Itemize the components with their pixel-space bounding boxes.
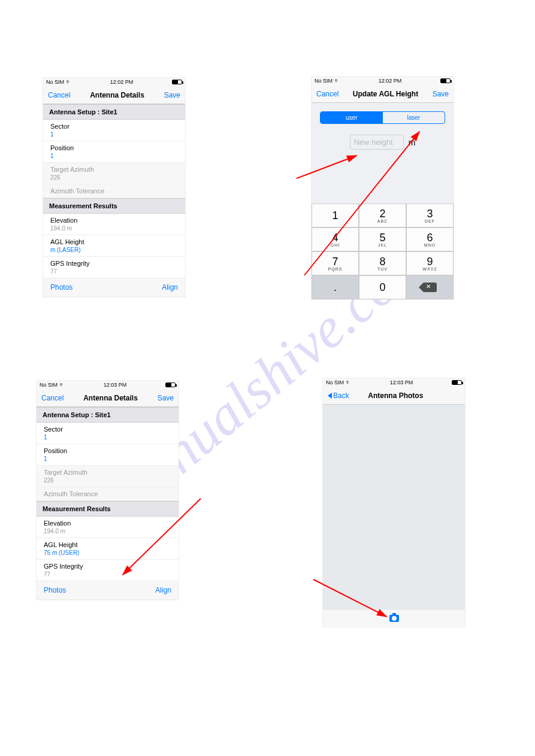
cancel-button[interactable]: Cancel bbox=[41, 394, 64, 402]
agl-height-row[interactable]: AGL Heightm (LASER) bbox=[43, 235, 185, 257]
key-num: 2 bbox=[379, 208, 385, 219]
battery-icon bbox=[172, 80, 182, 84]
section-measurement-results: Measurement Results bbox=[43, 198, 185, 214]
carrier-label: No SIM bbox=[40, 382, 58, 388]
screen-antenna-details-2: No SIMᯤ 12:03 PM Cancel Antenna Details … bbox=[37, 381, 179, 600]
screen-antenna-photos: No SIMᯤ 12:03 PM Back Antenna Photos bbox=[323, 378, 465, 627]
nav-bar: Cancel Antenna Details Save bbox=[43, 86, 185, 104]
screen-antenna-details-1: No SIMᯤ 12:02 PM Cancel Antenna Details … bbox=[43, 78, 185, 297]
photos-button[interactable]: Photos bbox=[44, 586, 66, 594]
key-6[interactable]: 6MNO bbox=[406, 227, 454, 251]
key-backspace[interactable]: ✕ bbox=[406, 275, 454, 299]
azimuth-tolerance-row: Azimuth Tolerance bbox=[43, 184, 185, 198]
save-button[interactable]: Save bbox=[158, 394, 174, 402]
key-letters: MNO bbox=[424, 243, 436, 247]
position-label: Position bbox=[44, 447, 171, 454]
key-2[interactable]: 2ABC bbox=[359, 204, 406, 227]
wifi-icon: ᯤ bbox=[59, 382, 65, 388]
cancel-button[interactable]: Cancel bbox=[48, 91, 70, 99]
sector-row[interactable]: Sector1 bbox=[37, 423, 179, 444]
key-num: 7 bbox=[332, 256, 338, 267]
nav-bar: Back Antenna Photos bbox=[323, 387, 465, 405]
segment-control: user laser bbox=[320, 111, 445, 124]
elevation-row: Elevation194.0 m bbox=[43, 214, 185, 235]
key-1[interactable]: 1 bbox=[312, 204, 359, 227]
key-letters: PQRS bbox=[328, 267, 343, 271]
status-bar: No SIMᯤ 12:02 PM bbox=[43, 78, 185, 86]
time-label: 12:02 PM bbox=[110, 79, 134, 85]
time-label: 12:03 PM bbox=[104, 382, 127, 388]
key-num: 4 bbox=[332, 232, 338, 243]
nav-bar: Cancel Update AGL Height Save bbox=[312, 85, 454, 103]
carrier-label: No SIM bbox=[46, 79, 64, 85]
target-azimuth-row: Target Azimuth226 bbox=[43, 163, 185, 184]
position-row[interactable]: Position1 bbox=[43, 141, 185, 163]
key-num: 3 bbox=[427, 208, 433, 219]
azimuth-tolerance-row: Azimuth Tolerance bbox=[37, 487, 179, 501]
gps-integrity-row: GPS Integrity77 bbox=[43, 257, 185, 278]
key-letters: DEF bbox=[425, 219, 435, 223]
azimuth-label: Target Azimuth bbox=[50, 166, 178, 173]
chevron-left-icon bbox=[328, 393, 332, 399]
key-9[interactable]: 9WXYZ bbox=[406, 251, 454, 275]
key-num: 9 bbox=[427, 256, 433, 267]
nav-bar: Cancel Antenna Details Save bbox=[37, 389, 179, 407]
azimuth-label: Target Azimuth bbox=[44, 469, 171, 476]
photos-button[interactable]: Photos bbox=[50, 283, 72, 292]
cancel-button[interactable]: Cancel bbox=[316, 90, 338, 98]
unit-label: m bbox=[409, 138, 416, 147]
position-value: 1 bbox=[50, 153, 178, 159]
key-3[interactable]: 3DEF bbox=[406, 204, 454, 227]
key-7[interactable]: 7PQRS bbox=[312, 251, 359, 275]
key-8[interactable]: 8TUV bbox=[359, 251, 406, 275]
save-button[interactable]: Save bbox=[164, 91, 180, 99]
segment-user[interactable]: user bbox=[321, 112, 383, 123]
back-label: Back bbox=[333, 391, 349, 400]
save-button[interactable]: Save bbox=[433, 90, 449, 98]
footer-row: Photos Align bbox=[43, 278, 185, 297]
time-label: 12:03 PM bbox=[390, 379, 413, 385]
tolerance-label: Azimuth Tolerance bbox=[50, 187, 104, 195]
key-num: 5 bbox=[379, 232, 385, 243]
sector-label: Sector bbox=[50, 123, 178, 130]
height-input-row: New height m bbox=[312, 135, 454, 150]
gps-label: GPS Integrity bbox=[44, 563, 171, 570]
align-button[interactable]: Align bbox=[162, 283, 178, 292]
numeric-keypad: 1 2ABC 3DEF 4GHI 5JKL 6MNO 7PQRS 8TUV 9W… bbox=[312, 204, 454, 299]
back-button[interactable]: Back bbox=[328, 391, 349, 400]
photo-toolbar bbox=[323, 610, 465, 627]
key-num: 1 bbox=[332, 210, 338, 221]
sector-value: 1 bbox=[44, 434, 171, 441]
sector-row[interactable]: Sector1 bbox=[43, 120, 185, 141]
time-label: 12:02 PM bbox=[379, 78, 402, 84]
elevation-label: Elevation bbox=[44, 520, 171, 527]
position-row[interactable]: Position1 bbox=[37, 444, 179, 466]
new-height-input[interactable]: New height bbox=[350, 135, 404, 150]
section-antenna-setup: Antenna Setup : Site1 bbox=[37, 407, 179, 423]
align-button[interactable]: Align bbox=[155, 586, 171, 594]
gps-integrity-row: GPS Integrity77 bbox=[37, 560, 179, 581]
agl-height-row[interactable]: AGL Height75 m (USER) bbox=[37, 538, 179, 560]
sector-label: Sector bbox=[44, 426, 171, 433]
screen-update-agl-height: No SIMᯤ 12:02 PM Cancel Update AGL Heigh… bbox=[312, 77, 454, 299]
key-0[interactable]: 0 bbox=[359, 275, 406, 299]
status-bar: No SIMᯤ 12:03 PM bbox=[37, 381, 179, 389]
key-dot[interactable]: . bbox=[312, 275, 359, 299]
segment-laser[interactable]: laser bbox=[383, 112, 445, 123]
agl-value: m (LASER) bbox=[50, 247, 178, 253]
backspace-icon: ✕ bbox=[424, 283, 437, 292]
camera-icon[interactable] bbox=[389, 615, 399, 622]
agl-value: 75 m (USER) bbox=[44, 549, 171, 556]
key-num: 6 bbox=[427, 232, 433, 243]
key-4[interactable]: 4GHI bbox=[312, 227, 359, 251]
status-bar: No SIMᯤ 12:03 PM bbox=[323, 378, 465, 387]
key-letters: TUV bbox=[377, 267, 388, 271]
key-letters: GHI bbox=[331, 243, 340, 247]
carrier-label: No SIM bbox=[315, 78, 333, 84]
key-5[interactable]: 5JKL bbox=[359, 227, 406, 251]
elevation-value: 194.0 m bbox=[44, 528, 171, 535]
key-num: . bbox=[334, 282, 337, 293]
gps-value: 77 bbox=[50, 268, 178, 275]
key-letters: WXYZ bbox=[422, 267, 437, 271]
carrier-label: No SIM bbox=[326, 379, 344, 385]
